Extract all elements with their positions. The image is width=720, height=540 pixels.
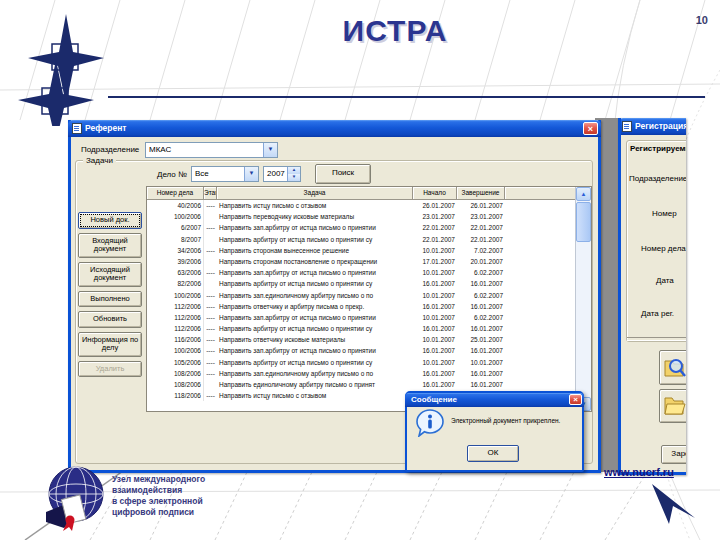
- message-dialog-titlebar[interactable]: Сообщение ×: [405, 393, 584, 407]
- cell-flag: ----: [204, 301, 217, 312]
- sidebar-button-1[interactable]: Входящий документ: [78, 233, 142, 258]
- compass-needle-icon: [640, 478, 710, 536]
- table-row[interactable]: 100/2006Направить переводчику исковые ма…: [147, 211, 576, 222]
- sidebar-button-4[interactable]: Обновить: [78, 311, 142, 328]
- open-folder-button[interactable]: [659, 389, 686, 423]
- cell-start: 17.01.2007: [413, 256, 457, 267]
- cell-num: 40/2006: [147, 200, 204, 211]
- search-button[interactable]: Поиск: [315, 164, 371, 184]
- table-scrollbar[interactable]: ▲ ▼: [575, 187, 591, 411]
- cell-end: 6.02.2007: [457, 312, 505, 323]
- sidebar-button-6[interactable]: Удалить: [78, 361, 142, 378]
- cell-task: Направить истцу письмо с отзывом: [217, 390, 413, 401]
- cell-end: 16.01.2007: [457, 379, 505, 390]
- table-row[interactable]: 40/2006----Направить истцу письмо с отзы…: [147, 200, 576, 211]
- cell-end: 16.01.2007: [457, 368, 505, 379]
- slide: { "slide": { "title": "ИСТРА", "page_num…: [0, 0, 720, 540]
- cell-num: 116/2006: [147, 334, 204, 345]
- registration-field-label: Дата рег.: [641, 309, 674, 318]
- registration-titlebar[interactable]: Регистрация: [618, 118, 686, 135]
- table-row[interactable]: 82/2006Направить арбитру от истца письмо…: [147, 278, 576, 289]
- spinner-up-icon[interactable]: ▲: [288, 167, 300, 174]
- cell-flag: ----: [204, 267, 217, 278]
- table-row[interactable]: 39/2006Направить сторонам постановление …: [147, 256, 576, 267]
- cell-num: 112/2006: [147, 323, 204, 334]
- table-row[interactable]: 116/2006----Направить ответчику исковые …: [147, 334, 576, 345]
- sidebar-button-3[interactable]: Выполнено: [78, 291, 142, 308]
- column-header[interactable]: Задача: [217, 187, 413, 200]
- department-label: Подразделение: [81, 145, 139, 154]
- message-dialog: Сообщение × Электронный документ прикреп…: [405, 391, 584, 472]
- search-folder-icon: [664, 356, 686, 380]
- cell-task: Направить зап.арбитру от истца письмо о …: [217, 267, 413, 278]
- case-filter-select[interactable]: Все ▼: [191, 166, 259, 182]
- chevron-down-icon[interactable]: ▼: [244, 167, 258, 181]
- cell-flag: ----: [204, 323, 217, 334]
- cell-num: 8/2007: [147, 234, 204, 245]
- cell-flag: ----: [204, 222, 217, 233]
- table-row[interactable]: 112/2006----Направить арбитру от истца п…: [147, 323, 576, 334]
- registration-group-header: Регистрируемый документ: [630, 144, 686, 153]
- logo-text: Узел международноговзаимодействияв сфере…: [112, 474, 205, 518]
- scrollbar-thumb[interactable]: [576, 202, 591, 242]
- column-header-filler: [505, 187, 576, 200]
- scroll-up-icon[interactable]: ▲: [576, 187, 591, 201]
- cell-flag: ----: [204, 368, 217, 379]
- table-row[interactable]: 63/2006----Направить зап.арбитру от истц…: [147, 267, 576, 278]
- cell-num: 112/2006: [147, 301, 204, 312]
- cell-task: Направить зап.арбитру от истца письмо о …: [217, 222, 413, 233]
- register-button[interactable]: Зарегистрировать: [661, 445, 686, 464]
- cell-num: 63/2006: [147, 267, 204, 278]
- document-icon: [72, 123, 82, 134]
- tasks-group-label: Задачи: [83, 156, 116, 165]
- cell-task: Направить истцу письмо с отзывом: [217, 200, 413, 211]
- sidebar-button-5[interactable]: Информация по делу: [78, 332, 142, 357]
- info-icon: [416, 409, 444, 437]
- cell-num: 100/2006: [147, 345, 204, 356]
- find-document-button[interactable]: [659, 350, 686, 385]
- table-row[interactable]: 8/2007Направить арбитру от истца письмо …: [147, 234, 576, 245]
- sidebar-button-2[interactable]: Исходящий документ: [78, 262, 142, 287]
- cell-flag: [204, 234, 217, 245]
- column-header[interactable]: Завершение: [457, 187, 505, 200]
- ok-button[interactable]: ОК: [467, 445, 519, 462]
- cell-task: Направить зап.единоличному арбитру письм…: [217, 290, 413, 301]
- document-icon: [622, 121, 632, 132]
- table-row[interactable]: 108/2006Направить единоличному арбитру п…: [147, 379, 576, 390]
- referent-window-title: Референт: [85, 123, 126, 133]
- registration-field-label: Дата: [656, 276, 674, 285]
- cell-num: 6/2007: [147, 222, 204, 233]
- cell-start: 10.01.2007: [413, 312, 457, 323]
- cell-task: Направить переводчику исковые материалы: [217, 211, 413, 222]
- close-icon[interactable]: ×: [569, 394, 582, 405]
- table-row[interactable]: 6/2007----Направить зап.арбитру от истца…: [147, 222, 576, 233]
- cell-end: 25.01.2007: [457, 334, 505, 345]
- table-row[interactable]: 100/2006----Направить зап.арбитру от ист…: [147, 345, 576, 356]
- department-select[interactable]: МКАС ▼: [145, 142, 278, 158]
- table-row[interactable]: 108/2006----Направить зап.единоличному а…: [147, 368, 576, 379]
- table-row[interactable]: 34/2006----Направить сторонам вынесенное…: [147, 245, 576, 256]
- cell-start: 10.01.2007: [413, 267, 457, 278]
- close-icon[interactable]: ×: [583, 122, 598, 135]
- table-row[interactable]: 112/2006----Направить зап.арбитру от ист…: [147, 312, 576, 323]
- table-row[interactable]: 112/2006----Направить ответчику и арбитр…: [147, 301, 576, 312]
- column-header[interactable]: Этап: [204, 187, 217, 200]
- table-row[interactable]: 105/2006----Направить арбитру от истца п…: [147, 357, 576, 368]
- table-row[interactable]: 100/2006----Направить зап.единоличному а…: [147, 290, 576, 301]
- column-header[interactable]: Номер дела: [147, 187, 204, 200]
- referent-titlebar[interactable]: Референт ×: [68, 120, 601, 137]
- cell-task: Направить зап.арбитру от истца письмо о …: [217, 345, 413, 356]
- website-link[interactable]: www.nucrf.ru: [604, 466, 674, 478]
- cell-end: 6.02.2007: [457, 267, 505, 278]
- column-header[interactable]: Начало: [413, 187, 457, 200]
- cell-num: 100/2006: [147, 290, 204, 301]
- cell-flag: ----: [204, 200, 217, 211]
- chevron-down-icon[interactable]: ▼: [263, 143, 277, 157]
- year-stepper[interactable]: 2007 ▲ ▼: [263, 166, 301, 182]
- cell-end: 23.01.2007: [457, 211, 505, 222]
- spinner-down-icon[interactable]: ▼: [288, 174, 300, 181]
- logo-text-line: цифровой подписи: [112, 507, 205, 518]
- cell-end: 16.01.2007: [457, 345, 505, 356]
- cell-num: 82/2006: [147, 278, 204, 289]
- sidebar-button-0[interactable]: Новый док.: [78, 212, 142, 229]
